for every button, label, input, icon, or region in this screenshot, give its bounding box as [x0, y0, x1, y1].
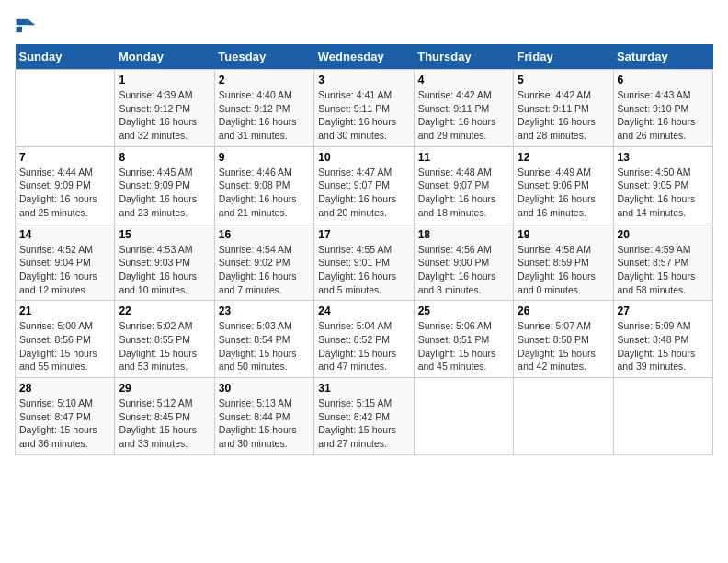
- day-info: Sunrise: 4:40 AM Sunset: 9:12 PM Dayligh…: [219, 88, 310, 143]
- day-cell: 26Sunrise: 5:07 AM Sunset: 8:50 PM Dayli…: [514, 301, 613, 378]
- day-number: 11: [418, 151, 509, 164]
- column-header-thursday: Thursday: [414, 44, 513, 70]
- day-info: Sunrise: 4:45 AM Sunset: 9:09 PM Dayligh…: [119, 166, 210, 220]
- day-number: 6: [618, 74, 709, 86]
- day-cell: 14Sunrise: 4:52 AM Sunset: 9:04 PM Dayli…: [16, 224, 115, 301]
- day-cell: 13Sunrise: 4:50 AM Sunset: 9:05 PM Dayli…: [613, 146, 712, 224]
- day-info: Sunrise: 4:53 AM Sunset: 9:03 PM Dayligh…: [119, 243, 210, 297]
- day-info: Sunrise: 5:09 AM Sunset: 8:48 PM Dayligh…: [618, 319, 709, 373]
- day-cell: 6Sunrise: 4:43 AM Sunset: 9:10 PM Daylig…: [613, 70, 712, 147]
- day-info: Sunrise: 5:07 AM Sunset: 8:50 PM Dayligh…: [518, 319, 609, 373]
- day-number: 17: [318, 228, 409, 241]
- day-info: Sunrise: 5:03 AM Sunset: 8:54 PM Dayligh…: [219, 319, 310, 373]
- day-cell: 23Sunrise: 5:03 AM Sunset: 8:54 PM Dayli…: [214, 301, 313, 378]
- day-info: Sunrise: 5:00 AM Sunset: 8:56 PM Dayligh…: [19, 319, 110, 373]
- day-number: 14: [19, 228, 110, 241]
- day-cell: 17Sunrise: 4:55 AM Sunset: 9:01 PM Dayli…: [314, 224, 414, 301]
- day-number: 13: [618, 151, 709, 164]
- day-cell: 11Sunrise: 4:48 AM Sunset: 9:07 PM Dayli…: [414, 146, 513, 224]
- day-info: Sunrise: 5:02 AM Sunset: 8:55 PM Dayligh…: [119, 319, 210, 373]
- day-cell: 20Sunrise: 4:59 AM Sunset: 8:57 PM Dayli…: [613, 224, 712, 301]
- day-info: Sunrise: 4:56 AM Sunset: 9:00 PM Dayligh…: [418, 243, 509, 297]
- day-info: Sunrise: 4:42 AM Sunset: 9:11 PM Dayligh…: [518, 88, 609, 143]
- day-cell: 22Sunrise: 5:02 AM Sunset: 8:55 PM Dayli…: [115, 301, 214, 378]
- day-cell: 28Sunrise: 5:10 AM Sunset: 8:47 PM Dayli…: [16, 378, 115, 455]
- header-row: SundayMondayTuesdayWednesdayThursdayFrid…: [16, 44, 713, 70]
- day-number: 15: [119, 228, 210, 241]
- column-header-monday: Monday: [115, 44, 214, 70]
- day-number: 18: [418, 228, 509, 241]
- day-number: 20: [618, 228, 709, 241]
- day-cell: 31Sunrise: 5:15 AM Sunset: 8:42 PM Dayli…: [314, 378, 414, 455]
- day-info: Sunrise: 5:10 AM Sunset: 8:47 PM Dayligh…: [19, 396, 110, 451]
- day-number: 12: [518, 151, 609, 164]
- day-cell: [514, 378, 613, 455]
- day-number: 23: [219, 304, 310, 317]
- day-info: Sunrise: 4:54 AM Sunset: 9:02 PM Dayligh…: [219, 243, 310, 297]
- day-info: Sunrise: 4:50 AM Sunset: 9:05 PM Dayligh…: [618, 166, 709, 220]
- day-cell: 4Sunrise: 4:42 AM Sunset: 9:11 PM Daylig…: [414, 70, 513, 147]
- day-number: 30: [219, 382, 310, 395]
- day-number: 25: [418, 304, 509, 317]
- svg-rect-3: [17, 27, 22, 32]
- day-info: Sunrise: 5:15 AM Sunset: 8:42 PM Dayligh…: [318, 396, 409, 451]
- week-row-2: 7Sunrise: 4:44 AM Sunset: 9:09 PM Daylig…: [16, 146, 713, 224]
- day-cell: 10Sunrise: 4:47 AM Sunset: 9:07 PM Dayli…: [314, 146, 414, 224]
- day-cell: 16Sunrise: 4:54 AM Sunset: 9:02 PM Dayli…: [214, 224, 313, 301]
- day-number: 16: [219, 228, 310, 241]
- day-number: 1: [119, 74, 210, 86]
- day-cell: 19Sunrise: 4:58 AM Sunset: 8:59 PM Dayli…: [514, 224, 613, 301]
- day-info: Sunrise: 4:49 AM Sunset: 9:06 PM Dayligh…: [518, 166, 609, 220]
- day-number: 27: [618, 304, 709, 317]
- week-row-3: 14Sunrise: 4:52 AM Sunset: 9:04 PM Dayli…: [16, 224, 713, 301]
- day-number: 4: [418, 74, 509, 86]
- day-info: Sunrise: 4:55 AM Sunset: 9:01 PM Dayligh…: [318, 243, 409, 297]
- logo: [15, 15, 40, 37]
- day-info: Sunrise: 4:59 AM Sunset: 8:57 PM Dayligh…: [618, 243, 709, 297]
- day-number: 28: [19, 382, 110, 395]
- day-info: Sunrise: 4:47 AM Sunset: 9:07 PM Dayligh…: [318, 166, 409, 220]
- day-number: 2: [219, 74, 310, 86]
- day-info: Sunrise: 5:13 AM Sunset: 8:44 PM Dayligh…: [219, 396, 310, 451]
- day-cell: [414, 378, 513, 455]
- day-number: 31: [318, 382, 409, 395]
- day-info: Sunrise: 4:52 AM Sunset: 9:04 PM Dayligh…: [19, 243, 110, 297]
- day-cell: 25Sunrise: 5:06 AM Sunset: 8:51 PM Dayli…: [414, 301, 513, 378]
- day-info: Sunrise: 4:43 AM Sunset: 9:10 PM Dayligh…: [618, 88, 709, 143]
- day-number: 3: [318, 74, 409, 86]
- week-row-4: 21Sunrise: 5:00 AM Sunset: 8:56 PM Dayli…: [16, 301, 713, 378]
- calendar-table: SundayMondayTuesdayWednesdayThursdayFrid…: [15, 44, 713, 455]
- day-cell: 1Sunrise: 4:39 AM Sunset: 9:12 PM Daylig…: [115, 70, 214, 147]
- day-number: 9: [219, 151, 310, 164]
- column-header-friday: Friday: [514, 44, 613, 70]
- column-header-wednesday: Wednesday: [314, 44, 414, 70]
- day-info: Sunrise: 4:58 AM Sunset: 8:59 PM Dayligh…: [518, 243, 609, 297]
- day-number: 19: [518, 228, 609, 241]
- day-info: Sunrise: 5:06 AM Sunset: 8:51 PM Dayligh…: [418, 319, 509, 373]
- day-info: Sunrise: 4:41 AM Sunset: 9:11 PM Dayligh…: [318, 88, 409, 143]
- day-cell: 3Sunrise: 4:41 AM Sunset: 9:11 PM Daylig…: [314, 70, 414, 147]
- svg-rect-2: [17, 19, 28, 25]
- svg-rect-0: [15, 15, 37, 37]
- day-number: 7: [19, 151, 110, 164]
- week-row-1: 1Sunrise: 4:39 AM Sunset: 9:12 PM Daylig…: [16, 70, 713, 147]
- day-cell: 12Sunrise: 4:49 AM Sunset: 9:06 PM Dayli…: [514, 146, 613, 224]
- day-cell: 5Sunrise: 4:42 AM Sunset: 9:11 PM Daylig…: [514, 70, 613, 147]
- day-number: 26: [518, 304, 609, 317]
- column-header-tuesday: Tuesday: [214, 44, 313, 70]
- day-cell: 30Sunrise: 5:13 AM Sunset: 8:44 PM Dayli…: [214, 378, 313, 455]
- day-info: Sunrise: 4:39 AM Sunset: 9:12 PM Dayligh…: [119, 88, 210, 143]
- day-info: Sunrise: 4:46 AM Sunset: 9:08 PM Dayligh…: [219, 166, 310, 220]
- day-number: 22: [119, 304, 210, 317]
- day-cell: 8Sunrise: 4:45 AM Sunset: 9:09 PM Daylig…: [115, 146, 214, 224]
- day-number: 5: [518, 74, 609, 86]
- day-cell: 18Sunrise: 4:56 AM Sunset: 9:00 PM Dayli…: [414, 224, 513, 301]
- day-info: Sunrise: 5:04 AM Sunset: 8:52 PM Dayligh…: [318, 319, 409, 373]
- day-number: 21: [19, 304, 110, 317]
- day-info: Sunrise: 5:12 AM Sunset: 8:45 PM Dayligh…: [119, 396, 210, 451]
- day-info: Sunrise: 4:44 AM Sunset: 9:09 PM Dayligh…: [19, 166, 110, 220]
- day-info: Sunrise: 4:48 AM Sunset: 9:07 PM Dayligh…: [418, 166, 509, 220]
- day-cell: 24Sunrise: 5:04 AM Sunset: 8:52 PM Dayli…: [314, 301, 414, 378]
- day-cell: [613, 378, 712, 455]
- day-number: 29: [119, 382, 210, 395]
